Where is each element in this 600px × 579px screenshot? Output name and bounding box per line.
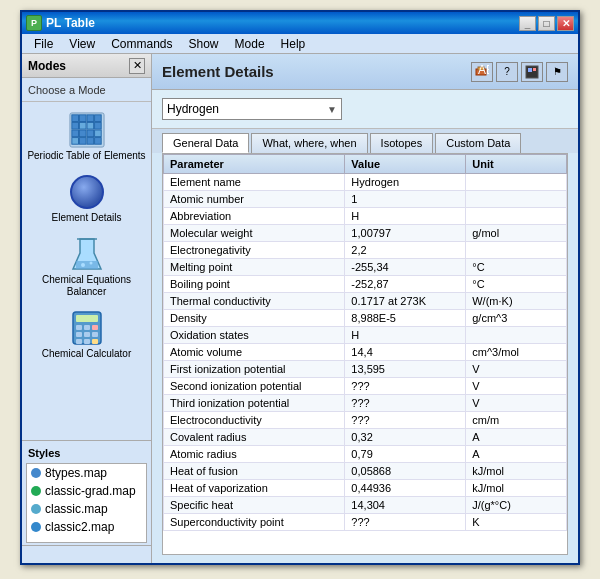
table-cell-value: 14,304 bbox=[345, 497, 466, 514]
tab-isotopes[interactable]: Isotopes bbox=[370, 133, 434, 153]
tab-general-data[interactable]: General Data bbox=[162, 133, 249, 153]
table-cell-param: Element name bbox=[164, 174, 345, 191]
styles-list-inner: 8types.map classic-grad.map classic.map bbox=[27, 464, 146, 536]
svg-point-18 bbox=[81, 263, 85, 267]
table-row: Heat of vaporization0,44936kJ/mol bbox=[164, 480, 567, 497]
sidebar-item-element-details[interactable]: Element Details bbox=[22, 168, 151, 230]
table-cell-unit: cm^3/mol bbox=[466, 344, 567, 361]
svg-rect-11 bbox=[87, 130, 94, 137]
svg-rect-4 bbox=[94, 115, 101, 122]
style-item-2[interactable]: classic.map bbox=[27, 500, 146, 518]
table-cell-unit: kJ/mol bbox=[466, 480, 567, 497]
table-row: Density8,988E-5g/cm^3 bbox=[164, 310, 567, 327]
svg-rect-30 bbox=[92, 339, 98, 344]
col-header-parameter: Parameter bbox=[164, 155, 345, 174]
table-row: Thermal conductivity0.1717 at 273KW/(m·K… bbox=[164, 293, 567, 310]
style-item-3[interactable]: classic2.map bbox=[27, 518, 146, 536]
choose-mode-label: Choose a Mode bbox=[22, 78, 151, 102]
menu-mode[interactable]: Mode bbox=[227, 35, 273, 53]
menu-show[interactable]: Show bbox=[181, 35, 227, 53]
table-cell-value: H bbox=[345, 327, 466, 344]
header-icon-flag[interactable]: ⚑ bbox=[546, 62, 568, 82]
table-cell-unit: A bbox=[466, 429, 567, 446]
sidebar-item-equations[interactable]: Chemical Equations Balancer bbox=[22, 230, 151, 304]
table-cell-param: Atomic volume bbox=[164, 344, 345, 361]
table-cell-param: Atomic number bbox=[164, 191, 345, 208]
svg-rect-36 bbox=[533, 68, 536, 71]
table-cell-unit: g/mol bbox=[466, 225, 567, 242]
menu-help[interactable]: Help bbox=[273, 35, 314, 53]
sidebar-header: Modes ✕ bbox=[22, 54, 151, 78]
sidebar-label-periodic-table: Periodic Table of Elements bbox=[27, 150, 145, 162]
table-cell-param: Electroconductivity bbox=[164, 412, 345, 429]
equations-icon bbox=[69, 236, 105, 272]
table-row: Specific heat14,304J/(g*°C) bbox=[164, 497, 567, 514]
close-button[interactable]: ✕ bbox=[557, 16, 574, 31]
table-cell-value: 1 bbox=[345, 191, 466, 208]
svg-rect-28 bbox=[76, 339, 82, 344]
svg-rect-23 bbox=[84, 325, 90, 330]
svg-rect-25 bbox=[76, 332, 82, 337]
styles-list[interactable]: 8types.map classic-grad.map classic.map bbox=[26, 463, 147, 543]
sidebar-item-calculator[interactable]: Chemical Calculator bbox=[22, 304, 151, 366]
minimize-button[interactable]: _ bbox=[519, 16, 536, 31]
table-cell-param: Thermal conductivity bbox=[164, 293, 345, 310]
table-cell-param: Melting point bbox=[164, 259, 345, 276]
menu-file[interactable]: File bbox=[26, 35, 61, 53]
svg-rect-27 bbox=[92, 332, 98, 337]
data-table-wrap[interactable]: Parameter Value Unit Element nameHydroge… bbox=[162, 153, 568, 555]
svg-rect-15 bbox=[87, 138, 94, 145]
menu-view[interactable]: View bbox=[61, 35, 103, 53]
styles-section: Styles 8types.map classic-grad.map bbox=[22, 440, 151, 563]
table-cell-param: Covalent radius bbox=[164, 429, 345, 446]
title-bar: P PL Table _ □ ✕ bbox=[22, 12, 578, 34]
table-cell-unit: J/(g*°C) bbox=[466, 497, 567, 514]
style-dot-3 bbox=[31, 522, 41, 532]
tabs: General Data What, where, when Isotopes … bbox=[152, 129, 578, 153]
table-cell-unit bbox=[466, 208, 567, 225]
table-cell-param: Atomic radius bbox=[164, 446, 345, 463]
svg-rect-5 bbox=[71, 122, 78, 129]
svg-rect-3 bbox=[87, 115, 94, 122]
svg-rect-22 bbox=[76, 325, 82, 330]
calculator-icon bbox=[69, 310, 105, 346]
tab-what-where-when[interactable]: What, where, when bbox=[251, 133, 367, 153]
sidebar-close-button[interactable]: ✕ bbox=[129, 58, 145, 74]
table-cell-value: -252,87 bbox=[345, 276, 466, 293]
svg-rect-6 bbox=[79, 122, 86, 129]
table-cell-param: Heat of fusion bbox=[164, 463, 345, 480]
header-icon-square[interactable] bbox=[521, 62, 543, 82]
sidebar-nav: Periodic Table of Elements bbox=[22, 102, 151, 440]
header-icon-search[interactable]: ABC bbox=[471, 62, 493, 82]
table-cell-param: Heat of vaporization bbox=[164, 480, 345, 497]
table-cell-param: Density bbox=[164, 310, 345, 327]
header-icon-question[interactable]: ? bbox=[496, 62, 518, 82]
table-cell-value: -255,34 bbox=[345, 259, 466, 276]
styles-scrollbar-horizontal[interactable] bbox=[22, 545, 151, 559]
sidebar-item-periodic-table[interactable]: Periodic Table of Elements bbox=[22, 106, 151, 168]
table-row: Element nameHydrogen bbox=[164, 174, 567, 191]
table-cell-param: Boiling point bbox=[164, 276, 345, 293]
table-cell-value: 0,05868 bbox=[345, 463, 466, 480]
style-label-1: classic-grad.map bbox=[45, 484, 136, 498]
table-cell-unit: °C bbox=[466, 276, 567, 293]
tab-custom-data[interactable]: Custom Data bbox=[435, 133, 521, 153]
table-cell-value: 0,44936 bbox=[345, 480, 466, 497]
svg-rect-10 bbox=[79, 130, 86, 137]
table-cell-unit bbox=[466, 191, 567, 208]
app-icon: P bbox=[26, 15, 42, 31]
svg-rect-35 bbox=[528, 68, 532, 72]
table-body: Element nameHydrogenAtomic number1Abbrev… bbox=[164, 174, 567, 531]
maximize-button[interactable]: □ bbox=[538, 16, 555, 31]
menu-commands[interactable]: Commands bbox=[103, 35, 180, 53]
element-dropdown[interactable]: Hydrogen ▼ bbox=[162, 98, 342, 120]
style-item-0[interactable]: 8types.map bbox=[27, 464, 146, 482]
table-row: Atomic number1 bbox=[164, 191, 567, 208]
style-item-1[interactable]: classic-grad.map bbox=[27, 482, 146, 500]
main-layout: Modes ✕ Choose a Mode bbox=[22, 54, 578, 563]
table-cell-unit bbox=[466, 174, 567, 191]
style-dot-2 bbox=[31, 504, 41, 514]
svg-rect-2 bbox=[79, 115, 86, 122]
table-cell-unit: K bbox=[466, 514, 567, 531]
sidebar-label-element-details: Element Details bbox=[51, 212, 121, 224]
